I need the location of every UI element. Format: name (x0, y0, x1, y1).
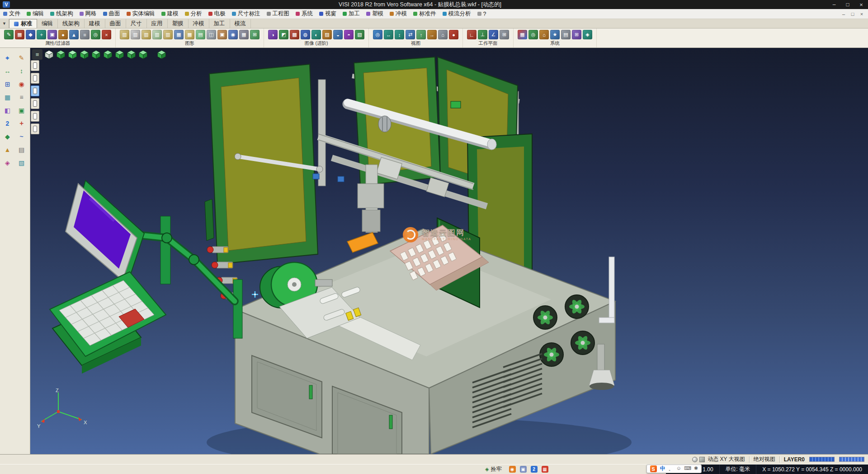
toolbar-icon[interactable]: ⌂ (438, 30, 448, 39)
toolbar-icon[interactable]: × (102, 30, 111, 39)
menu-item[interactable]: 电极 (205, 9, 229, 19)
toolbar-icon[interactable]: ▥ (152, 30, 162, 39)
left-door[interactable] (209, 64, 323, 264)
menu-item[interactable]: 塑模 (363, 9, 387, 19)
toolbar-icon[interactable]: ◉ (228, 30, 238, 39)
toolbar-icon[interactable]: ≡ (80, 30, 90, 39)
mini-toolbar-button[interactable] (31, 60, 39, 71)
toolbar-icon[interactable]: ↑ (416, 30, 426, 39)
menu-item[interactable]: 文件 (0, 9, 24, 19)
view-cube-button[interactable] (114, 49, 125, 60)
view-cube-button[interactable] (138, 49, 148, 60)
toolbar-icon[interactable]: ◍ (301, 30, 310, 39)
view-cube-button[interactable]: ≡ (32, 49, 42, 60)
toolbar-icon[interactable]: → (427, 30, 437, 39)
toolbar-icon[interactable]: ◓ (344, 30, 354, 39)
ime-tool-icon[interactable]: ✱ (694, 465, 698, 472)
ime-tool-icon[interactable]: ⌨ (684, 465, 691, 472)
toolbar-icon[interactable]: ◎ (91, 30, 100, 39)
ribbon-tab[interactable]: 模流 (230, 19, 251, 28)
toolbar-icon[interactable]: ◆ (26, 30, 35, 39)
sogou-logo-icon[interactable]: S (650, 465, 657, 472)
toolbar-icon[interactable]: ◎ (528, 30, 538, 39)
menu-item[interactable]: 加工 (340, 9, 363, 19)
mini-toolbar-button[interactable] (31, 85, 39, 96)
ribbon-tab[interactable]: 应用 (147, 19, 168, 28)
tray-icon[interactable]: ◉ (509, 466, 516, 473)
toolbar-icon[interactable]: ▨ (322, 30, 332, 39)
view-cube-button[interactable] (156, 49, 167, 60)
ribbon-tab[interactable]: 编辑 (37, 19, 58, 28)
toolbar-icon[interactable]: ● (58, 30, 68, 39)
toolbar-icon[interactable]: ↕ (395, 30, 404, 39)
toolbar-icon[interactable]: ◎ (373, 30, 382, 39)
mdi-window-button[interactable]: □ (848, 11, 857, 17)
menu-item[interactable]: 线架构 (47, 9, 76, 19)
toolbar-icon[interactable]: ★ (550, 30, 560, 39)
toolbar-icon[interactable]: ∟ (467, 30, 476, 39)
menu-item[interactable]: 视窗 (316, 9, 340, 19)
tray-icon[interactable]: ▣ (520, 466, 527, 473)
toolbar-icon[interactable]: ▥ (131, 30, 140, 39)
ime-language-toggle[interactable]: 中 (660, 465, 665, 473)
cad-model-canvas[interactable] (30, 48, 868, 454)
menu-item[interactable]: 系统 (292, 9, 316, 19)
ime-tool-icon[interactable]: 。 (669, 465, 674, 472)
side-toolbar-icon[interactable]: ⌖ (2, 53, 13, 62)
viewport-3d[interactable]: ≡ (30, 48, 868, 454)
view-cube-button[interactable] (91, 49, 101, 60)
toolbar-icon[interactable]: ▤ (196, 30, 205, 39)
toolbar-icon[interactable]: ▣ (217, 30, 227, 39)
toolbar-icon[interactable]: ⊞ (500, 30, 509, 39)
side-toolbar-icon[interactable]: ▣ (16, 106, 27, 115)
toolbar-icon[interactable]: ◫ (207, 30, 216, 39)
menu-item[interactable]: 冲模 (387, 9, 410, 19)
toolbar-icon[interactable]: ▦ (15, 30, 24, 39)
menu-item[interactable]: 曲面 (100, 9, 123, 19)
menu-item[interactable]: 分析 (182, 9, 205, 19)
toolbar-icon[interactable]: ▧ (355, 30, 364, 39)
minimize-button[interactable]: – (827, 0, 841, 9)
mini-toolbar-button[interactable] (31, 98, 39, 109)
view-cube-button[interactable] (44, 49, 54, 60)
side-toolbar-icon[interactable]: ↔ (2, 66, 13, 76)
toolbar-icon[interactable]: ▥ (163, 30, 173, 39)
ribbon-tab[interactable]: 尺寸 (126, 19, 147, 28)
toolbar-icon[interactable]: ▦ (239, 30, 249, 39)
toolbar-icon[interactable]: ▣ (47, 30, 57, 39)
side-toolbar-icon[interactable]: ▧ (16, 158, 27, 167)
side-toolbar-icon[interactable]: ◈ (2, 158, 13, 167)
view-cube-button[interactable] (67, 49, 78, 60)
ribbon-tab[interactable]: 曲面 (105, 19, 126, 28)
toolbar-icon[interactable]: ⇄ (406, 30, 415, 39)
view-cube-button[interactable] (79, 49, 90, 60)
mini-toolbar-button[interactable] (31, 123, 39, 134)
menu-item[interactable]: 编辑 (24, 9, 47, 19)
toolbar-icon[interactable]: ▲ (69, 30, 79, 39)
side-toolbar-icon[interactable]: ◉ (16, 80, 27, 89)
close-button[interactable]: × (854, 0, 868, 9)
snap-toggle[interactable]: 拴牢 (491, 465, 502, 473)
mdi-window-button[interactable]: × (857, 11, 866, 17)
ime-tool-icon[interactable]: ☺ (676, 465, 681, 472)
menu-item[interactable]: 模流分析 (439, 9, 474, 19)
ribbon-tab[interactable]: 加工 (209, 19, 230, 28)
toolbar-icon[interactable]: ● (449, 30, 458, 39)
toolbar-icon[interactable]: ⊞ (572, 30, 581, 39)
menu-item[interactable]: 工程图 (264, 9, 293, 19)
ribbon-tab[interactable]: 线架构 (58, 19, 85, 28)
side-toolbar-icon[interactable]: ⊞ (2, 80, 13, 89)
toolbar-icon[interactable]: ▥ (142, 30, 151, 39)
side-toolbar-icon[interactable]: ~ (16, 132, 27, 141)
toolbar-icon[interactable]: ⊥ (478, 30, 487, 39)
toolbar-icon[interactable]: ⌂ (539, 30, 549, 39)
view-mode-grid-icon[interactable] (699, 457, 705, 462)
ribbon-tab[interactable]: 标准 (9, 19, 37, 28)
menu-item[interactable]: 尺寸标注 (229, 9, 264, 19)
side-toolbar-icon[interactable]: ◆ (2, 132, 13, 141)
view-mode-sphere-icon[interactable] (692, 457, 698, 462)
active-layer-button[interactable]: LAYER0 (784, 456, 805, 463)
toolbar-icon[interactable]: ▦ (518, 30, 527, 39)
tab-overflow-button[interactable]: ▼ (0, 19, 9, 28)
mini-toolbar-button[interactable] (31, 73, 39, 84)
